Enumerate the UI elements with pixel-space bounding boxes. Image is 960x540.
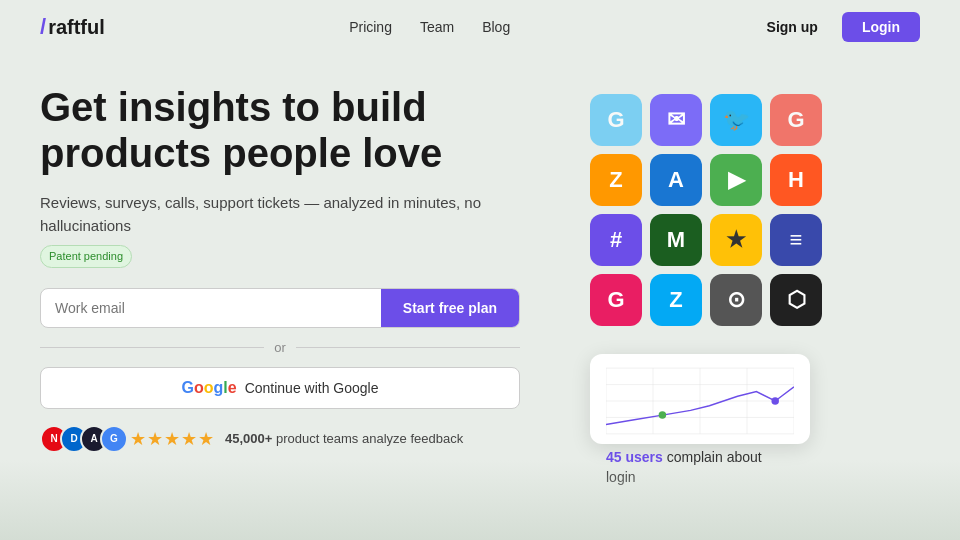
app-icon-2: 🐦 xyxy=(710,94,762,146)
app-icon-0: G xyxy=(590,94,642,146)
svg-point-10 xyxy=(659,411,667,419)
app-icon-star: ★ xyxy=(710,214,762,266)
left-column: Get insights to build products people lo… xyxy=(40,84,520,453)
divider-text: or xyxy=(274,340,286,355)
divider-line-left xyxy=(40,347,264,348)
star-icons: ★★★★★ xyxy=(130,428,215,450)
app-icon-hubspot: H xyxy=(770,154,822,206)
stars-rating: ★★★★★ xyxy=(130,428,215,450)
login-button[interactable]: Login xyxy=(842,12,920,42)
logo-slash: / xyxy=(40,14,46,40)
nav-actions: Sign up Login xyxy=(755,12,920,42)
proof-count: 45,000+ xyxy=(225,431,272,446)
proof-text: 45,000+ product teams analyze feedback xyxy=(225,431,463,446)
divider-line-right xyxy=(296,347,520,348)
email-input[interactable] xyxy=(41,289,381,327)
patent-badge: Patent pending xyxy=(40,245,132,268)
insight-chart xyxy=(606,366,794,436)
app-icon-notion: ≡ xyxy=(770,214,822,266)
svg-point-11 xyxy=(771,397,779,405)
nav-links: Pricing Team Blog xyxy=(349,19,510,35)
insight-card: 45 users complain about login xyxy=(590,354,810,444)
avatar-google: G xyxy=(100,425,128,453)
app-icon-circle: ⊙ xyxy=(710,274,762,326)
hero-subtext: Reviews, surveys, calls, support tickets… xyxy=(40,192,520,268)
nav-pricing[interactable]: Pricing xyxy=(349,19,392,35)
google-icon: Google xyxy=(181,379,236,397)
app-icon-g2: G xyxy=(590,274,642,326)
app-icon-3: G xyxy=(770,94,822,146)
app-icon-gplay: ▶ xyxy=(710,154,762,206)
right-column: G ✉ 🐦 G Z A ▶ H # M ★ ≡ G Z ⊙ ⬡ xyxy=(560,84,920,464)
app-icon-github: ⬡ xyxy=(770,274,822,326)
divider: or xyxy=(40,340,520,355)
signup-button[interactable]: Sign up xyxy=(755,13,830,41)
app-icon-appstore: A xyxy=(650,154,702,206)
bottom-fade xyxy=(0,460,960,540)
app-icon-zendesk: Z xyxy=(650,274,702,326)
google-button-label: Continue with Google xyxy=(245,380,379,396)
app-icon-meet: M xyxy=(650,214,702,266)
insight-highlight: 45 users xyxy=(606,449,663,465)
logo-text: raftful xyxy=(48,16,105,39)
proof-description: product teams analyze feedback xyxy=(276,431,463,446)
nav-blog[interactable]: Blog xyxy=(482,19,510,35)
hero-subtext-main: Reviews, surveys, calls, support tickets… xyxy=(40,192,520,237)
proof-avatars: N D A G xyxy=(40,425,120,453)
navbar: / raftful Pricing Team Blog Sign up Logi… xyxy=(0,0,960,54)
app-icons-grid: G ✉ 🐦 G Z A ▶ H # M ★ ≡ G Z ⊙ ⬡ xyxy=(590,94,822,326)
email-form-row: Start free plan xyxy=(40,288,520,328)
app-icon-1: ✉ xyxy=(650,94,702,146)
start-free-plan-button[interactable]: Start free plan xyxy=(381,289,519,327)
app-icon-zapier: Z xyxy=(590,154,642,206)
insight-text: 45 users complain about login xyxy=(606,448,794,487)
app-icon-slack: # xyxy=(590,214,642,266)
google-signin-button[interactable]: Google Continue with Google xyxy=(40,367,520,409)
main-content: Get insights to build products people lo… xyxy=(0,54,960,464)
nav-team[interactable]: Team xyxy=(420,19,454,35)
social-proof: N D A G ★★★★★ 45,000+ product teams anal… xyxy=(40,425,520,453)
logo[interactable]: / raftful xyxy=(40,14,105,40)
hero-heading: Get insights to build products people lo… xyxy=(40,84,520,176)
